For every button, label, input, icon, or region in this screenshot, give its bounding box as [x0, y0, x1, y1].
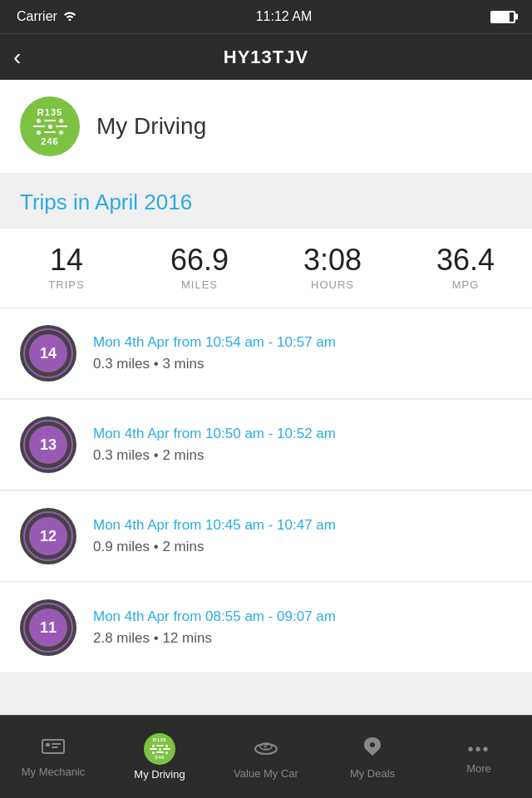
mechanic-label: My Mechanic — [22, 766, 86, 778]
more-label: More — [466, 762, 491, 775]
trip-time: Mon 4th Apr from 10:45 am - 10:47 am — [93, 517, 512, 534]
trip-item[interactable]: 12 Mon 4th Apr from 10:45 am - 10:47 am … — [0, 491, 532, 582]
trip-time: Mon 4th Apr from 10:54 am - 10:57 am — [93, 334, 512, 351]
trip-info: Mon 4th Apr from 10:54 am - 10:57 am 0.3… — [93, 334, 512, 372]
carrier-text: Carrier — [17, 9, 57, 24]
driving-icon: R135 246 — [144, 733, 175, 765]
header-card: R135 246 My Driving — [0, 80, 532, 173]
trip-list: 14 Mon 4th Apr from 10:54 am - 10:57 am … — [0, 308, 532, 673]
stat-hours: 3:08 HOURS — [266, 245, 399, 291]
trip-detail: 0.3 miles • 3 mins — [93, 356, 512, 372]
trip-detail: 0.9 miles • 2 mins — [93, 539, 512, 555]
hours-value: 3:08 — [303, 245, 362, 275]
badge-top-text: R135 — [37, 107, 62, 117]
battery-icon — [490, 11, 515, 23]
trip-number: 13 — [29, 426, 67, 464]
svg-rect-2 — [52, 743, 61, 745]
tab-my-driving[interactable]: R135 246 My Drivin — [106, 716, 213, 798]
status-bar: Carrier 11:12 AM — [0, 0, 532, 33]
trip-number: 11 — [29, 608, 67, 647]
trip-badge: 14 — [20, 325, 76, 382]
trip-number: 14 — [29, 334, 67, 372]
back-button[interactable]: ‹ — [13, 44, 21, 71]
tab-my-deals[interactable]: My Deals — [319, 716, 426, 798]
mpg-label: MPG — [452, 278, 480, 291]
trip-badge: 12 — [20, 508, 76, 564]
section-title: Trips in April 2016 — [20, 190, 192, 214]
nav-bar: ‹ HY13TJV — [0, 33, 532, 80]
gear-badge: R135 246 — [20, 96, 80, 156]
carrier-info: Carrier — [17, 9, 77, 24]
stat-mpg: 36.4 MPG — [399, 245, 532, 291]
trip-number: 12 — [29, 517, 67, 555]
trip-info: Mon 4th Apr from 10:50 am - 10:52 am 0.3… — [93, 426, 512, 464]
trip-item[interactable]: 11 Mon 4th Apr from 08:55 am - 09:07 am … — [0, 583, 532, 673]
stat-trips: 14 TRIPS — [0, 245, 133, 291]
stat-miles: 66.9 MILES — [133, 245, 266, 291]
trip-item[interactable]: 13 Mon 4th Apr from 10:50 am - 10:52 am … — [0, 400, 532, 490]
trip-info: Mon 4th Apr from 10:45 am - 10:47 am 0.9… — [93, 517, 512, 555]
trip-time: Mon 4th Apr from 10:50 am - 10:52 am — [93, 426, 512, 442]
hours-label: HOURS — [311, 278, 354, 291]
miles-label: MILES — [181, 278, 218, 291]
miles-value: 66.9 — [170, 245, 229, 275]
svg-rect-3 — [52, 746, 58, 748]
badge-bottom-text: 246 — [41, 136, 58, 146]
header-title: My Driving — [96, 113, 206, 140]
trips-value: 14 — [50, 245, 83, 275]
trip-badge: 13 — [20, 416, 76, 473]
mechanic-icon — [41, 736, 66, 762]
deals-icon — [360, 735, 385, 764]
tab-value-my-car[interactable]: £ Value My Car — [213, 716, 319, 798]
driving-label: My Driving — [134, 768, 185, 781]
gear-icon — [33, 119, 67, 135]
tab-my-mechanic[interactable]: My Mechanic — [0, 716, 106, 798]
trip-item[interactable]: 14 Mon 4th Apr from 10:54 am - 10:57 am … — [0, 308, 532, 399]
tab-more[interactable]: ••• More — [426, 716, 532, 798]
stats-row: 14 TRIPS 66.9 MILES 3:08 HOURS 36.4 MPG — [0, 229, 532, 308]
trips-label: TRIPS — [48, 278, 84, 291]
tab-bar: My Mechanic R135 — [0, 715, 532, 798]
mpg-value: 36.4 — [436, 245, 495, 275]
trip-detail: 2.8 miles • 12 mins — [93, 630, 512, 647]
value-car-label: Value My Car — [234, 767, 298, 780]
deals-label: My Deals — [350, 767, 395, 780]
nav-title: HY13TJV — [224, 47, 308, 68]
trip-time: Mon 4th Apr from 08:55 am - 09:07 am — [93, 608, 512, 625]
section-header: Trips in April 2016 — [0, 173, 532, 229]
time-display: 11:12 AM — [256, 9, 313, 24]
trip-info: Mon 4th Apr from 08:55 am - 09:07 am 2.8… — [93, 608, 512, 647]
trip-detail: 0.3 miles • 2 mins — [93, 447, 512, 464]
trip-badge: 11 — [20, 599, 76, 656]
wifi-icon — [62, 9, 77, 24]
svg-rect-1 — [46, 743, 50, 746]
car-icon: £ — [253, 735, 279, 764]
more-icon: ••• — [467, 740, 490, 759]
svg-text:£: £ — [264, 743, 268, 751]
